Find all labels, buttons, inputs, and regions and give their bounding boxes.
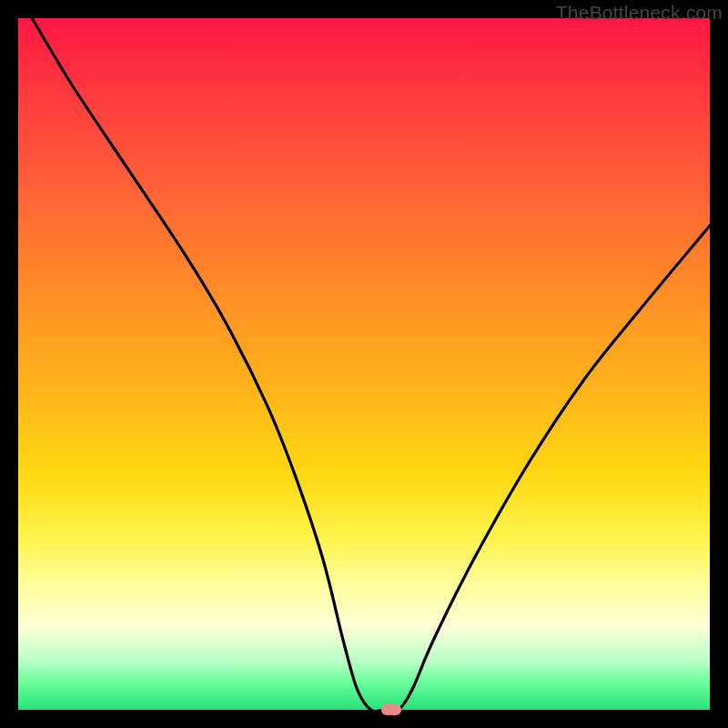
plot-area: [18, 18, 710, 710]
chart-frame: TheBottleneck.com: [0, 0, 728, 728]
watermark-text: TheBottleneck.com: [556, 2, 723, 24]
optimum-marker: [381, 704, 401, 715]
bottleneck-curve: [18, 18, 710, 710]
